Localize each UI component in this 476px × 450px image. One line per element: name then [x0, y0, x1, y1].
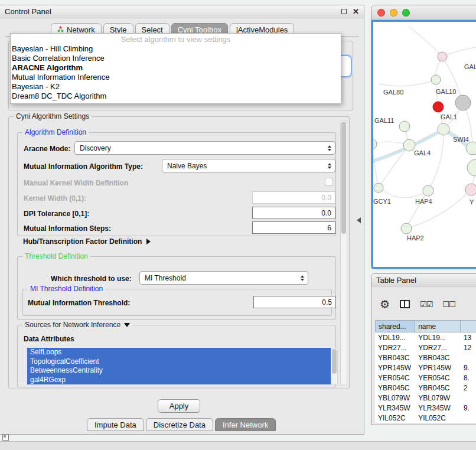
mi-threshold-field[interactable]: [253, 296, 336, 308]
node-swi4[interactable]: [466, 142, 476, 155]
close-button[interactable]: [377, 9, 385, 17]
node-gal1[interactable]: [438, 123, 449, 135]
tab-impute-data[interactable]: Impute Data: [87, 418, 144, 431]
mi-type-combo[interactable]: Naive Bayes: [162, 159, 335, 172]
tab-discretize-data[interactable]: Discretize Data: [146, 418, 213, 431]
network-edge[interactable]: [442, 45, 476, 57]
table-cell[interactable]: YDR27...: [375, 343, 415, 353]
table-cell[interactable]: YLR345W: [375, 403, 415, 413]
table-cell[interactable]: [461, 353, 476, 363]
attributes-list-scrollbar[interactable]: [331, 348, 338, 384]
table-cell[interactable]: YDL19...: [415, 332, 461, 343]
zoom-button[interactable]: [402, 9, 410, 17]
node-gal4[interactable]: [403, 139, 415, 151]
algorithm-option-aracne-algorithm[interactable]: ARACNE Algorithm: [11, 63, 341, 73]
table-cell[interactable]: YLR345W: [415, 403, 461, 413]
attributes-list-scrollbar-thumb[interactable]: [332, 349, 337, 374]
minimize-button[interactable]: [390, 9, 397, 17]
table-cell[interactable]: YDR27...: [415, 343, 461, 353]
select-all-checkboxes-icon[interactable]: ☑☑: [420, 301, 432, 308]
table-row[interactable]: YBR045CYBR045C2: [375, 383, 476, 393]
table-cell[interactable]: YBR043C: [415, 353, 461, 363]
network-edge[interactable]: [379, 80, 436, 86]
network-edge[interactable]: [379, 188, 428, 198]
table-row[interactable]: YBR043CYBR043C: [375, 353, 476, 363]
panel-collapse-arrow[interactable]: [357, 217, 361, 223]
network-window-titlebar[interactable]: [371, 5, 476, 20]
table-cell[interactable]: 9.: [461, 363, 476, 373]
table-cell[interactable]: YPR145W: [415, 363, 461, 373]
algorithm-option-mutual-information-inference[interactable]: Mutual Information Inference: [11, 73, 341, 82]
settings-scrollbar-thumb[interactable]: [341, 122, 346, 234]
table-cell[interactable]: YBR045C: [415, 383, 461, 393]
node-gal11[interactable]: [399, 121, 410, 132]
tab-infer-network[interactable]: Infer Network: [215, 418, 276, 431]
node-hap4[interactable]: [423, 185, 433, 196]
table-cell[interactable]: YBR045C: [375, 383, 415, 393]
attribute-item-gal4rgexp[interactable]: gal4RGexp: [27, 376, 331, 385]
hub-definition-toggle[interactable]: Hub/Transcription Factor Definition: [23, 237, 151, 246]
settings-scrollbar[interactable]: [340, 120, 347, 386]
column-header-shared[interactable]: shared...: [375, 320, 415, 332]
node-red[interactable]: [433, 102, 444, 112]
float-window-icon[interactable]: [341, 9, 347, 14]
table-cell[interactable]: YBL079W: [375, 393, 415, 403]
node-green-top[interactable]: [431, 75, 441, 84]
control-panel-titlebar[interactable]: Control Panel ✕: [0, 5, 364, 18]
network-edge[interactable]: [406, 191, 428, 229]
table-cell[interactable]: YBL079W: [415, 393, 461, 403]
table-cell[interactable]: 2: [461, 383, 476, 393]
which-threshold-combo[interactable]: MI Threshold: [139, 271, 308, 285]
table-row[interactable]: YPR145WYPR145W9.: [375, 363, 476, 373]
algorithm-option-basic-correlation-inference[interactable]: Basic Correlation Inference: [11, 54, 341, 63]
dpi-tolerance-field[interactable]: [252, 207, 335, 219]
columns-icon[interactable]: [400, 300, 410, 308]
table-cell[interactable]: [461, 413, 476, 423]
table-row[interactable]: YER054CYER054C8.: [375, 373, 476, 383]
apply-button[interactable]: Apply: [158, 399, 200, 413]
network-edge[interactable]: [373, 144, 379, 188]
gear-icon[interactable]: ⚙: [380, 299, 390, 310]
network-canvas[interactable]: GALGAL80GAL10GAL11GAL1SWI4GAL4GCY1HAP4YH…: [371, 20, 476, 269]
node-pink-top[interactable]: [438, 52, 447, 61]
node-right-big[interactable]: [467, 159, 476, 176]
node-hap2[interactable]: [401, 223, 412, 234]
table-cell[interactable]: YIL052C: [415, 413, 461, 423]
network-edge[interactable]: [409, 27, 442, 57]
table-cell[interactable]: 9.: [461, 403, 476, 413]
attribute-item-betweennesscentrality[interactable]: BetweennessCentrality: [27, 366, 331, 376]
sources-title[interactable]: Sources for Network Inference: [22, 321, 132, 329]
table-row[interactable]: YDL19...YDL19...13: [375, 332, 476, 343]
table-row[interactable]: YBL079WYBL079W: [375, 393, 476, 403]
table-row[interactable]: YIL052CYIL052C: [375, 413, 476, 423]
attribute-item-topologicalcoefficient[interactable]: TopologicalCoefficient: [27, 357, 331, 367]
table-cell[interactable]: YPR145W: [375, 363, 415, 373]
table-cell[interactable]: YIL052C: [375, 413, 415, 423]
mi-steps-field[interactable]: [252, 221, 335, 234]
algorithm-option-bayesian-k2[interactable]: Bayesian - K2: [11, 82, 341, 92]
table-cell[interactable]: 8.: [461, 373, 476, 383]
table-cell[interactable]: YDL19...: [375, 332, 415, 343]
table-cell[interactable]: YER054C: [375, 373, 415, 383]
table-panel-titlebar[interactable]: Table Panel: [371, 274, 476, 286]
table-row[interactable]: YLR345WYLR345W9.: [375, 403, 476, 413]
node-gcy1[interactable]: [374, 183, 383, 193]
minimized-panel-icon[interactable]: [2, 434, 9, 441]
table-cell[interactable]: YBR043C: [375, 353, 415, 363]
data-attributes-list[interactable]: SelfLoopsTopologicalCoefficientBetweenne…: [27, 348, 331, 384]
column-header-2[interactable]: [461, 320, 476, 332]
table-cell[interactable]: 13: [461, 332, 476, 343]
table-cell[interactable]: [461, 393, 476, 403]
column-header-name[interactable]: name: [415, 320, 461, 332]
aracne-mode-combo[interactable]: Discovery: [74, 141, 335, 155]
table-row[interactable]: YDR27...YDR27...12: [375, 343, 476, 353]
deselect-all-checkboxes-icon[interactable]: ☐☐: [442, 301, 455, 308]
table-cell[interactable]: 12: [461, 343, 476, 353]
table-cell[interactable]: YER054C: [415, 373, 461, 383]
close-icon[interactable]: ✕: [353, 8, 359, 15]
algorithm-option-dream8-dc-tdc-algorithm[interactable]: Dream8 DC_TDC Algorithm: [11, 92, 341, 101]
network-edge[interactable]: [428, 129, 444, 191]
network-edge[interactable]: [406, 190, 471, 229]
node-pink-right[interactable]: [465, 184, 476, 195]
node-left-cut[interactable]: [373, 139, 377, 149]
